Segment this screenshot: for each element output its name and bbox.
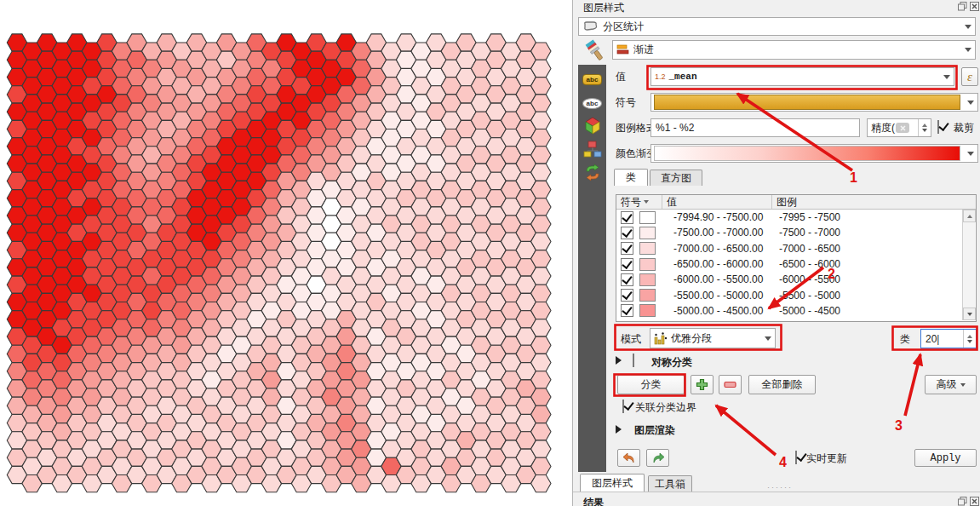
class-legend-text: -7000 - -6500 <box>776 243 840 255</box>
class-visible-checkbox[interactable] <box>621 242 633 255</box>
hex-cell[interactable] <box>531 371 551 388</box>
hex-cell[interactable] <box>531 423 551 440</box>
table-row[interactable]: -6500.00 - -6000.00-6500 - -6000 <box>616 256 976 272</box>
live-update-checkbox[interactable] <box>795 451 797 464</box>
scroll-down-icon[interactable] <box>963 308 976 320</box>
clear-value-icon[interactable] <box>896 123 909 133</box>
graduated-renderer-icon <box>616 44 630 55</box>
class-color-swatch[interactable] <box>639 273 656 286</box>
hex-cell[interactable] <box>531 319 551 336</box>
column-header-symbol[interactable]: 符号 <box>616 195 662 209</box>
color-ramp-button[interactable] <box>650 144 978 163</box>
class-visible-checkbox[interactable] <box>621 289 633 302</box>
trim-checkbox[interactable] <box>937 120 939 134</box>
hex-cell[interactable] <box>531 405 551 423</box>
hex-cell[interactable] <box>531 233 551 250</box>
advanced-button[interactable]: 高级 <box>925 375 977 394</box>
class-color-swatch[interactable] <box>639 304 656 317</box>
class-color-swatch[interactable] <box>639 289 656 302</box>
class-color-swatch[interactable] <box>639 211 656 224</box>
class-visible-checkbox[interactable] <box>621 273 633 286</box>
hex-cell[interactable] <box>531 388 551 405</box>
hex-cell[interactable] <box>531 457 551 474</box>
class-color-swatch[interactable] <box>639 227 656 239</box>
hex-cell[interactable] <box>531 95 551 112</box>
column-header-legend[interactable]: 图例 <box>772 195 964 209</box>
splitter-handle-dots[interactable]: ······ <box>767 483 793 492</box>
tab-classes[interactable]: 类 <box>614 169 648 186</box>
hex-cell[interactable] <box>531 250 551 267</box>
legend-format-input[interactable]: %1 - %2 <box>650 118 860 137</box>
add-class-button[interactable] <box>691 375 714 394</box>
hex-cell[interactable] <box>531 164 551 181</box>
class-visible-checkbox[interactable] <box>621 227 633 239</box>
hex-cell[interactable] <box>531 216 551 233</box>
hex-density-map[interactable] <box>0 0 572 506</box>
redo-button[interactable] <box>646 449 669 467</box>
link-boundaries-checkbox[interactable] <box>622 400 624 413</box>
hex-cell[interactable] <box>531 440 551 457</box>
float-panel-icon[interactable] <box>958 2 967 11</box>
renderer-type-combo[interactable]: 渐进 <box>612 40 976 60</box>
chevron-down-icon <box>967 152 974 156</box>
undo-button[interactable] <box>617 449 640 467</box>
dock-splitter[interactable] <box>573 492 980 492</box>
class-visible-checkbox[interactable] <box>621 211 633 224</box>
table-row[interactable]: -7500.00 - -7000.00-7500 - -7000 <box>616 225 976 240</box>
history-tool-icon[interactable] <box>582 164 603 182</box>
mode-combo[interactable]: 优雅分段 <box>650 328 776 348</box>
3d-view-tool-icon[interactable] <box>582 116 603 135</box>
delete-all-button[interactable]: 全部删除 <box>748 375 816 394</box>
tab-histogram[interactable]: 直方图 <box>650 170 702 186</box>
class-value-range: -7994.90 - -7500.00 <box>656 211 776 223</box>
mask-labels-tool-icon[interactable]: abc <box>582 94 603 112</box>
close-results-icon[interactable] <box>970 497 979 506</box>
hex-cell[interactable] <box>531 43 551 60</box>
close-panel-icon[interactable] <box>970 2 979 11</box>
dock-tab-toolbox[interactable]: 工具箱 <box>648 475 692 492</box>
symmetric-expander-icon[interactable] <box>616 356 622 365</box>
dock-tab-layer-styling[interactable]: 图层样式 <box>580 474 645 492</box>
hex-cell[interactable] <box>531 285 551 302</box>
hex-cell[interactable] <box>531 354 551 371</box>
table-row[interactable]: -7000.00 - -6500.00-7000 - -6500 <box>616 241 976 256</box>
layer-rendering-expander-icon[interactable] <box>616 425 622 434</box>
value-field-combo[interactable]: 1.2 _mean <box>650 67 954 86</box>
class-color-swatch[interactable] <box>639 258 656 271</box>
precision-spinbox[interactable]: 精度( <box>867 118 931 137</box>
remove-class-button[interactable] <box>719 375 742 394</box>
classify-button[interactable]: 分类 <box>617 375 685 394</box>
hex-cell[interactable] <box>531 147 551 164</box>
scroll-up-icon[interactable] <box>963 210 976 222</box>
class-visible-checkbox[interactable] <box>621 258 633 271</box>
hex-cell[interactable] <box>531 129 551 147</box>
symbol-button[interactable] <box>650 93 978 112</box>
column-header-value[interactable]: 值 <box>662 195 772 209</box>
precision-spin-buttons[interactable] <box>918 119 931 136</box>
table-row[interactable]: -5000.00 - -4500.00-5000 - -4500 <box>616 303 976 319</box>
table-row[interactable]: -5500.00 - -5000.00-5500 - -5000 <box>616 287 976 302</box>
diagrams-tool-icon[interactable] <box>582 140 603 158</box>
hex-cell[interactable] <box>531 112 551 129</box>
class-color-swatch[interactable] <box>639 242 656 255</box>
classes-count-spinbox[interactable]: 20| <box>920 329 977 348</box>
hex-cell[interactable] <box>531 181 551 198</box>
table-row[interactable]: -6000.00 - -5500.00-6000 - -5500 <box>616 272 976 287</box>
symmetric-checkbox[interactable] <box>633 354 634 367</box>
hex-cell[interactable] <box>531 336 551 354</box>
labels-tool-icon[interactable]: abc <box>582 70 603 89</box>
expression-builder-button[interactable]: ε <box>961 67 978 86</box>
float-results-icon[interactable] <box>958 497 967 506</box>
layer-select-combo[interactable]: 分区统计 <box>578 17 976 36</box>
table-row[interactable]: -7994.90 - -7500.00-7995 - -7500 <box>616 210 976 225</box>
hex-cell[interactable] <box>531 60 551 77</box>
hex-cell[interactable] <box>531 78 551 95</box>
class-visible-checkbox[interactable] <box>621 304 633 317</box>
apply-button[interactable]: Apply <box>914 449 977 467</box>
hex-cell[interactable] <box>531 475 551 492</box>
hex-cell[interactable] <box>531 302 551 319</box>
hex-cell[interactable] <box>531 267 551 285</box>
hex-cell[interactable] <box>531 198 551 216</box>
table-scrollbar[interactable] <box>962 210 975 320</box>
classes-spin-buttons[interactable] <box>963 330 976 348</box>
